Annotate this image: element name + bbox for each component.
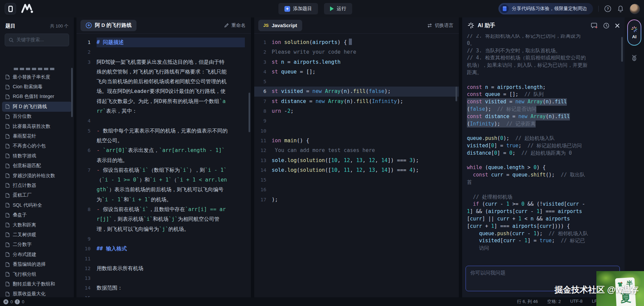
- cursor-position[interactable]: 行 6, 列 46: [517, 299, 538, 305]
- help-button[interactable]: ?: [604, 5, 611, 12]
- md-line[interactable]: 10## 输入格式: [76, 244, 251, 254]
- question-item[interactable]: 番茄编辑的选择: [0, 259, 74, 269]
- question-item[interactable]: 暴雨梨花针: [0, 131, 74, 141]
- question-item[interactable]: 阿 D 的飞行路线: [2, 102, 72, 111]
- notifications-button[interactable]: [617, 5, 624, 12]
- code-line[interactable]: 12 You can add more test cases here: [254, 146, 459, 155]
- line-number: 3: [254, 57, 272, 67]
- question-item[interactable]: 二分数字: [0, 240, 74, 250]
- code-line[interactable]: 13sole.log(solution([10, 12, 13, 12, 14]…: [254, 156, 459, 165]
- code-line[interactable]: 11ion main() {: [254, 136, 459, 146]
- question-item[interactable]: 比赛最高获胜次数: [0, 121, 74, 131]
- code-line[interactable]: 7st distance = new Array(n).fill(Infinit…: [254, 97, 459, 106]
- line-number: 15: [76, 293, 97, 297]
- editor-scrollbar[interactable]: [455, 87, 457, 101]
- md-line[interactable]: 9: [76, 234, 251, 244]
- code-line[interactable]: 16: [254, 185, 459, 195]
- history-icon[interactable]: [603, 22, 609, 29]
- code-line[interactable]: 15: [254, 175, 459, 185]
- code-line[interactable]: 2Please write your code here: [254, 47, 459, 57]
- md-line[interactable]: 1# 问题描述: [76, 38, 251, 47]
- question-item[interactable]: 猜数字游戏: [0, 151, 74, 161]
- question-item[interactable]: 分布式团建: [0, 250, 74, 259]
- line-number: 4: [76, 116, 97, 126]
- code-line[interactable]: 1ion solution(airports) {: [254, 38, 459, 47]
- code-editor[interactable]: 1ion solution(airports) {2Please write y…: [254, 34, 459, 297]
- brand-m-logo-icon[interactable]: [21, 3, 34, 15]
- code-line[interactable]: 4st queue = [];: [254, 67, 459, 77]
- md-line[interactable]: 8- 假设当前在机场`i`，且数组中存在`arr[i] == arr[j]`，则…: [76, 205, 251, 234]
- ai-sparkle-icon: [631, 26, 638, 33]
- md-line[interactable]: 13: [76, 273, 251, 283]
- question-item[interactable]: 大数和距离: [0, 220, 74, 230]
- problem-tab[interactable]: 阿 D 的飞行路线: [80, 20, 137, 31]
- problem-scrollbar[interactable]: [249, 93, 250, 132]
- md-line[interactable]: 12用数组表示所有机场: [76, 264, 251, 273]
- code-line[interactable]: 3st n = airports.length: [254, 57, 459, 67]
- question-item-label: 飞行棋分组: [13, 271, 36, 277]
- switch-language-button[interactable]: 切换语言: [427, 22, 453, 29]
- rename-button[interactable]: 重命名: [224, 22, 246, 29]
- clipped-question-item[interactable]: [0, 68, 74, 72]
- code-line[interactable]: 10: [254, 126, 459, 136]
- code-line[interactable]: 8urn -2;: [254, 106, 459, 116]
- line-number: 4: [254, 67, 272, 77]
- run-button[interactable]: 运行: [324, 3, 352, 14]
- sidebar-scrollbar[interactable]: [71, 68, 73, 117]
- code-line[interactable]: 6st visited = new Array(n).fill(false);: [254, 87, 459, 96]
- question-item[interactable]: 打点计数器: [0, 181, 74, 190]
- question-item[interactable]: 飞行棋分组: [0, 269, 74, 279]
- question-item[interactable]: 蛋糕工厂: [0, 191, 74, 200]
- md-line[interactable]: 15: [76, 293, 251, 297]
- user-avatar[interactable]: [630, 4, 640, 14]
- add-question-button[interactable]: + 添加题目: [278, 3, 318, 14]
- md-line[interactable]: 11: [76, 254, 251, 264]
- question-item[interactable]: 最小替换子串长度: [0, 72, 74, 82]
- question-item[interactable]: 穿越沙漠的补给次数: [0, 171, 74, 181]
- bell-icon: [617, 5, 624, 12]
- line-number: 15: [254, 175, 272, 185]
- md-line[interactable]: 4: [76, 116, 251, 126]
- question-item[interactable]: RGB 色值转 Integer: [0, 92, 74, 102]
- doc-icon: [5, 94, 10, 99]
- promo-badge[interactable]: 分享代码练习体验，领限量定制周边: [498, 3, 593, 14]
- question-item[interactable]: Cion 勒索病毒: [0, 82, 74, 92]
- language-tab[interactable]: JS JavaScript: [258, 20, 302, 31]
- search-icon: [9, 38, 14, 43]
- question-item[interactable]: 翻转后最大子数组和: [0, 279, 74, 289]
- code-line[interactable]: 17);: [254, 195, 459, 205]
- indentation[interactable]: 空格: 2: [547, 299, 561, 305]
- question-item[interactable]: 百分位数: [0, 112, 74, 121]
- question-item-label: 百分位数: [13, 113, 32, 119]
- question-item[interactable]: 二叉树供暖: [0, 230, 74, 240]
- encoding[interactable]: UTF-8: [570, 299, 583, 305]
- question-item[interactable]: 叠盘子: [0, 210, 74, 220]
- js-badge-icon: JS: [263, 23, 269, 28]
- window-logo-button[interactable]: [5, 3, 16, 14]
- md-line[interactable]: 6- `arr[0]`表示出发点，`arr[arr.length - 1]`表示…: [76, 146, 251, 165]
- markdown-editor[interactable]: 1# 问题描述23阿D驾驶一架飞机需要从出发点抵达目的地，但是由于特殊的航空管制…: [76, 34, 251, 297]
- new-chat-icon[interactable]: [591, 22, 598, 29]
- line-number: 2: [254, 47, 272, 57]
- md-line[interactable]: 3阿D驾驶一架飞机需要从出发点抵达目的地，但是由于特殊的航空管制，对飞机的飞行路…: [76, 57, 251, 116]
- ai-rail-label: AI: [632, 34, 637, 39]
- code-line[interactable]: 9: [254, 116, 459, 126]
- code-line[interactable]: 14sole.log(solution([10, 11, 12, 13, 14]…: [254, 165, 459, 175]
- question-item[interactable]: 创意标题匹配: [0, 161, 74, 171]
- md-line[interactable]: 2: [76, 47, 251, 57]
- ai-rail-button[interactable]: AI: [627, 19, 641, 46]
- md-line[interactable]: 7- 假设当前在机场`i`（数组下标为`i`），则`i - 1`（`i - 1 …: [76, 165, 251, 205]
- question-item[interactable]: SQL 代码补全: [0, 200, 74, 210]
- code-editor-panel: JS JavaScript 切换语言 1ion solution(airport…: [254, 17, 459, 297]
- ai-chat-line: 首: [467, 179, 619, 186]
- close-icon[interactable]: [615, 23, 620, 28]
- md-line[interactable]: 5- 数组中每个元素表示不同的机场，元素的值表示不同的航空公司。: [76, 126, 251, 146]
- doc-icon: [5, 193, 10, 198]
- code-line[interactable]: 5: [254, 77, 459, 87]
- debug-rail-button[interactable]: [625, 54, 644, 62]
- search-input[interactable]: 关键字搜索...: [5, 34, 69, 46]
- ai-scrollbar[interactable]: [621, 37, 623, 62]
- md-line[interactable]: 14数据范围：: [76, 283, 251, 293]
- question-item[interactable]: 不再贪心的小包: [0, 141, 74, 151]
- ai-assistant-panel: AI 助手 // 2. 将起始机场入队，标记为已访问，距离设为0。// 3. 当…: [462, 17, 625, 297]
